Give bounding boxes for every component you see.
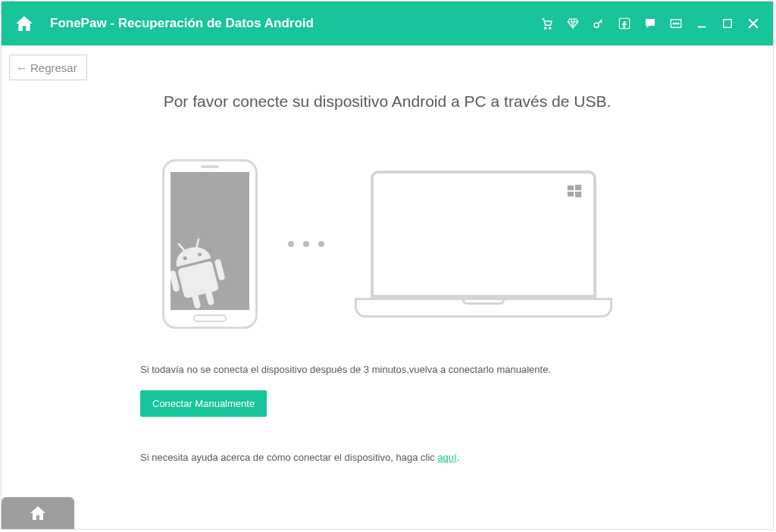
phone-speaker xyxy=(201,165,219,168)
minimize-icon[interactable] xyxy=(694,16,709,31)
svg-rect-23 xyxy=(568,192,574,196)
connect-manually-label: Conectar Manualmente xyxy=(152,398,255,409)
help-text: Si necesita ayuda acerca de cómo conecta… xyxy=(140,452,637,463)
app-window: FonePaw - Recuperación de Datos Android xyxy=(1,1,774,530)
svg-point-2 xyxy=(594,23,599,27)
svg-point-5 xyxy=(673,23,674,24)
svg-point-7 xyxy=(677,23,679,24)
svg-rect-19 xyxy=(192,293,202,308)
phone-home-button xyxy=(193,315,227,322)
connect-illustration xyxy=(162,159,612,329)
dot xyxy=(288,241,294,247)
menu-icon[interactable] xyxy=(668,16,684,31)
chat-icon[interactable] xyxy=(643,16,658,31)
help-link[interactable]: aquí xyxy=(437,452,456,463)
svg-line-14 xyxy=(179,243,184,252)
home-icon[interactable] xyxy=(14,13,35,34)
titlebar-actions xyxy=(540,16,761,31)
titlebar: FonePaw - Recuperación de Datos Android xyxy=(2,2,773,45)
dot xyxy=(303,241,309,247)
svg-rect-9 xyxy=(724,20,732,28)
laptop-screen xyxy=(371,171,596,298)
svg-rect-20 xyxy=(205,289,214,305)
main-content: Por favor conecte su dispositivo Android… xyxy=(2,45,773,529)
help-text-prefix: Si necesita ayuda acerca de cómo conecta… xyxy=(140,452,437,463)
svg-point-6 xyxy=(675,23,677,24)
laptop-illustration xyxy=(355,171,612,318)
diamond-icon[interactable] xyxy=(565,16,580,31)
laptop-base xyxy=(355,302,612,318)
facebook-icon[interactable] xyxy=(617,16,632,31)
svg-rect-24 xyxy=(575,192,581,197)
app-title: FonePaw - Recuperación de Datos Android xyxy=(50,16,540,31)
svg-point-1 xyxy=(549,27,551,29)
svg-rect-21 xyxy=(568,186,574,190)
hint-text: Si todavía no se conecta el dispositivo … xyxy=(140,364,637,375)
dot xyxy=(318,241,324,247)
phone-screen xyxy=(171,172,249,310)
maximize-icon[interactable] xyxy=(720,16,735,31)
android-icon xyxy=(171,229,237,310)
windows-icon xyxy=(566,183,583,199)
close-icon[interactable] xyxy=(746,16,761,31)
phone-illustration xyxy=(162,159,258,329)
svg-rect-16 xyxy=(177,261,219,299)
home-icon xyxy=(29,504,47,522)
info-block: Si todavía no se conecta el dispositivo … xyxy=(140,364,637,463)
cart-icon[interactable] xyxy=(540,16,555,31)
svg-point-0 xyxy=(545,27,546,29)
connection-dots xyxy=(288,241,324,247)
svg-rect-22 xyxy=(575,185,581,190)
key-icon[interactable] xyxy=(591,16,606,31)
headline-text: Por favor conecte su dispositivo Android… xyxy=(2,92,773,111)
help-text-suffix: . xyxy=(457,452,460,463)
connect-manually-button[interactable]: Conectar Manualmente xyxy=(140,390,267,417)
svg-line-15 xyxy=(195,239,200,248)
laptop-notch xyxy=(462,300,505,305)
footer-home-tab[interactable] xyxy=(2,497,74,529)
